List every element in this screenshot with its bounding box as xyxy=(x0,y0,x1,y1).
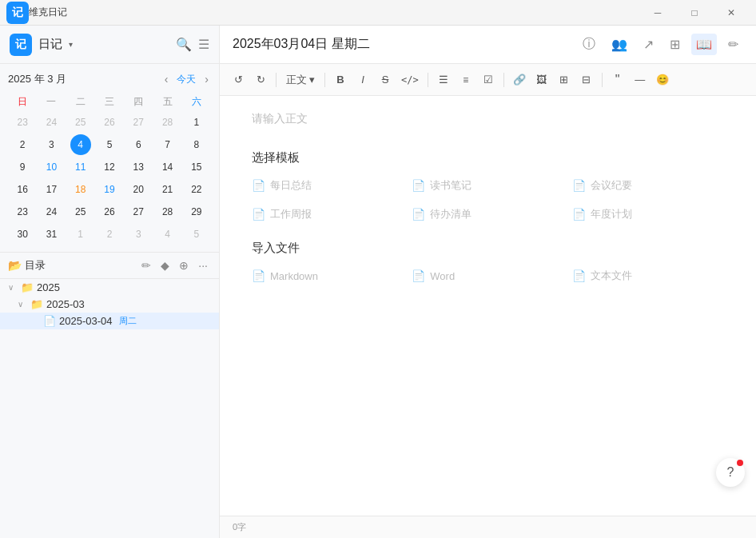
tree-item[interactable]: ∨📁2025 xyxy=(0,279,219,296)
calendar-day[interactable]: 12 xyxy=(99,157,120,177)
calendar-day[interactable]: 6 xyxy=(128,134,149,155)
calendar-day[interactable]: 28 xyxy=(157,112,178,133)
export-icon[interactable]: ↗ xyxy=(639,34,659,55)
template-item[interactable]: 📄年度计划 xyxy=(572,204,724,225)
calendar-day[interactable]: 1 xyxy=(186,112,207,133)
location-icon[interactable]: ◆ xyxy=(157,257,173,273)
prev-month-button[interactable]: ‹ xyxy=(162,73,171,86)
calendar-day[interactable]: 14 xyxy=(157,157,178,177)
table-button[interactable]: ⊞ xyxy=(554,70,575,90)
sidebar-header: 记 日记 ▾ 🔍 ☰ xyxy=(0,26,219,64)
info-icon[interactable]: ⓘ xyxy=(578,33,600,56)
more-icon[interactable]: ··· xyxy=(195,257,211,273)
calendar-day[interactable]: 3 xyxy=(128,224,149,245)
calendar-day[interactable]: 1 xyxy=(70,224,91,245)
code-button[interactable]: </> xyxy=(397,70,423,90)
calendar-day[interactable]: 4 xyxy=(157,224,178,245)
strikethrough-button[interactable]: S xyxy=(375,70,396,90)
calendar-day[interactable]: 15 xyxy=(186,157,207,177)
calendar-day[interactable]: 26 xyxy=(99,112,120,133)
calendar-day[interactable]: 17 xyxy=(41,179,62,200)
tree-item-badge: 周二 xyxy=(119,315,137,327)
help-button[interactable]: ? xyxy=(716,458,745,487)
calendar-day[interactable]: 19 xyxy=(99,179,120,200)
emoji-button[interactable]: 😊 xyxy=(652,70,673,90)
italic-button[interactable]: I xyxy=(352,70,373,90)
template-item[interactable]: 📄每日总结 xyxy=(252,175,404,196)
calendar-day[interactable]: 22 xyxy=(186,179,207,200)
next-month-button[interactable]: › xyxy=(202,73,211,86)
tree-item[interactable]: 📄2025-03-04周二 xyxy=(0,313,219,329)
calendar-day[interactable]: 24 xyxy=(41,201,62,222)
bold-button[interactable]: B xyxy=(330,70,351,90)
weekday-header: 二 xyxy=(66,93,95,111)
calendar-day[interactable]: 5 xyxy=(99,134,120,155)
calendar-day[interactable]: 27 xyxy=(128,112,149,133)
import-item[interactable]: 📄Word xyxy=(412,265,563,286)
link-button[interactable]: 🔗 xyxy=(509,70,530,90)
calendar-day[interactable]: 9 xyxy=(12,157,33,177)
embed-button[interactable]: ⊟ xyxy=(576,70,597,90)
calendar-day[interactable]: 3 xyxy=(41,134,62,155)
calendar-day[interactable]: 2 xyxy=(12,134,33,155)
quote-button[interactable]: " xyxy=(607,70,628,90)
menu-icon[interactable]: ☰ xyxy=(198,37,209,52)
calendar-day[interactable]: 23 xyxy=(12,201,33,222)
share-icon[interactable]: 👥 xyxy=(607,34,632,55)
calendar-day[interactable]: 18 xyxy=(70,179,91,200)
calendar-day[interactable]: 2 xyxy=(99,224,120,245)
redo-button[interactable]: ↻ xyxy=(250,70,271,90)
tree-toggle-icon[interactable]: ∨ xyxy=(18,300,27,309)
ordered-list-button[interactable]: ≡ xyxy=(456,70,476,90)
reading-icon[interactable]: 📖 xyxy=(691,34,717,55)
today-button[interactable]: 今天 xyxy=(173,73,199,86)
calendar-day[interactable]: 23 xyxy=(12,112,33,133)
calendar-day[interactable]: 7 xyxy=(157,134,178,155)
undo-button[interactable]: ↺ xyxy=(228,70,249,90)
grid-icon[interactable]: ⊞ xyxy=(665,34,685,55)
tree-item[interactable]: ∨📁2025-03 xyxy=(0,296,219,313)
calendar-day[interactable]: 4 xyxy=(70,134,91,155)
search-icon[interactable]: 🔍 xyxy=(176,37,192,52)
sidebar-dropdown-icon[interactable]: ▾ xyxy=(69,40,73,49)
style-selector[interactable]: 正文 ▾ xyxy=(281,70,320,90)
calendar-days[interactable]: 2324252627281234567891011121314151617181… xyxy=(8,111,211,245)
calendar-day[interactable]: 5 xyxy=(186,224,207,245)
pencil-icon[interactable]: ✏ xyxy=(723,34,743,55)
calendar-day[interactable]: 29 xyxy=(186,201,207,222)
calendar-day[interactable]: 24 xyxy=(41,112,62,133)
calendar-day[interactable]: 26 xyxy=(99,201,120,222)
calendar-day[interactable]: 16 xyxy=(12,179,33,200)
calendar-day[interactable]: 30 xyxy=(12,224,33,245)
calendar-day[interactable]: 25 xyxy=(70,201,91,222)
calendar-day[interactable]: 13 xyxy=(128,157,149,177)
close-button[interactable]: ✕ xyxy=(713,0,750,26)
template-item[interactable]: 📄工作周报 xyxy=(252,204,404,225)
hr-button[interactable]: — xyxy=(630,70,651,90)
minimize-button[interactable]: ─ xyxy=(639,0,676,26)
add-icon[interactable]: ⊕ xyxy=(176,257,192,273)
template-item[interactable]: 📄待办清单 xyxy=(412,204,563,225)
calendar-day[interactable]: 28 xyxy=(157,201,178,222)
calendar-day[interactable]: 21 xyxy=(157,179,178,200)
weekday-header: 四 xyxy=(124,93,153,111)
calendar-day[interactable]: 10 xyxy=(41,157,62,177)
import-item[interactable]: 📄Markdown xyxy=(252,265,404,286)
calendar-day[interactable]: 11 xyxy=(70,157,91,177)
calendar-day[interactable]: 31 xyxy=(41,224,62,245)
editor-area[interactable]: 请输入正文 选择模板 📄每日总结📄读书笔记📄会议纪要📄工作周报📄待办清单📄年度计… xyxy=(220,96,756,516)
import-item[interactable]: 📄文本文件 xyxy=(572,265,724,286)
calendar-day[interactable]: 25 xyxy=(70,112,91,133)
template-item[interactable]: 📄读书笔记 xyxy=(412,175,563,196)
calendar-day[interactable]: 20 xyxy=(128,179,149,200)
maximize-button[interactable]: □ xyxy=(676,0,713,26)
calendar-day[interactable]: 8 xyxy=(186,134,207,155)
titlebar: 记 维克日记 ─ □ ✕ xyxy=(0,0,756,26)
edit-icon[interactable]: ✏ xyxy=(138,257,154,273)
image-button[interactable]: 🖼 xyxy=(531,70,552,90)
bullet-list-button[interactable]: ☰ xyxy=(433,70,454,90)
calendar-day[interactable]: 27 xyxy=(128,201,149,222)
checklist-button[interactable]: ☑ xyxy=(478,70,499,90)
template-item[interactable]: 📄会议纪要 xyxy=(572,175,724,196)
tree-toggle-icon[interactable]: ∨ xyxy=(8,283,18,292)
